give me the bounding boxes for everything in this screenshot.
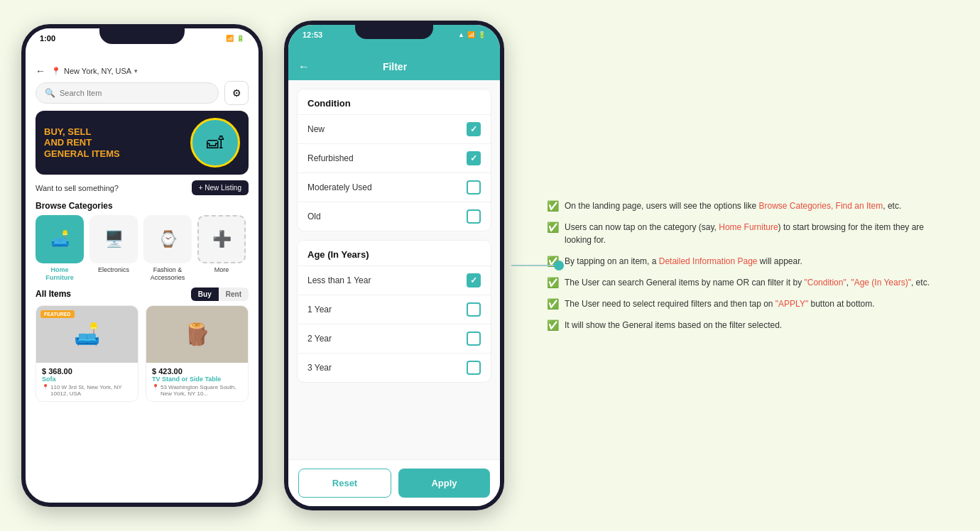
annotations-list: ✅ On the landing page, users will see th… — [547, 199, 952, 332]
connector-line — [511, 265, 554, 266]
condition-moderately-checkbox[interactable] — [467, 180, 481, 195]
filter-button[interactable]: ⚙ — [224, 81, 249, 105]
banner-highlight: GENERAL ITEMS — [44, 148, 120, 159]
phone2-wifi-icon: 📶 — [467, 31, 475, 38]
category-more[interactable]: ➕ More — [197, 215, 246, 282]
new-listing-button[interactable]: + New Listing — [192, 180, 249, 195]
filter-row-new: New ✓ — [298, 114, 491, 143]
condition-section: Condition New ✓ Refurbished ✓ Moderately… — [297, 89, 491, 231]
location-pin-small2-icon: 📍 — [152, 384, 159, 390]
phone2-back-button[interactable]: ← — [298, 60, 310, 73]
rent-button[interactable]: Rent — [219, 288, 249, 301]
buy-button[interactable]: Buy — [191, 288, 219, 301]
location-text: New York, NY, USA — [64, 67, 131, 75]
phone2-signal-icon: ▲ — [458, 31, 464, 38]
electronics-icon: 🖥️ — [89, 215, 138, 263]
phone1-back-button[interactable]: ← — [36, 65, 45, 77]
check-circle-icon-5: ✅ — [547, 298, 559, 310]
location-chevron-icon: ▾ — [134, 67, 138, 75]
all-items-title: All Items — [36, 289, 71, 299]
check-circle-icon-4: ✅ — [547, 277, 559, 288]
categories-list: 🛋️ HomeFurniture 🖥️ Electronics ⌚ Fashio… — [26, 215, 258, 282]
age-1yr-label: 1 Year — [307, 305, 332, 314]
age-title: Age (In Years) — [298, 241, 491, 266]
home-furniture-icon: 🛋️ — [36, 215, 84, 263]
product-image-sofa: FEATURED 🛋️ — [36, 306, 138, 363]
category-electronics[interactable]: 🖥️ Electronics — [89, 215, 138, 282]
location-pin-small-icon: 📍 — [42, 384, 49, 390]
filter-title: Filter — [317, 61, 473, 72]
product-info-sofa: $ 368.00 Sofa 📍 110 W 3rd St, New York, … — [36, 363, 138, 401]
age-2yr-checkbox[interactable] — [467, 332, 481, 346]
connector-dot — [554, 261, 564, 270]
age-3yr-label: 3 Year — [307, 363, 332, 373]
phone2-battery-icon: 🔋 — [478, 31, 486, 38]
check-circle-icon-6: ✅ — [547, 319, 559, 331]
check-circle-icon-2: ✅ — [547, 221, 559, 233]
all-items-header: All Items Buy Rent — [26, 282, 258, 305]
annotation-text-5: The User need to select required filters… — [565, 297, 875, 310]
age-1yr-checkbox[interactable] — [467, 302, 481, 317]
home-furniture-label: HomeFurniture — [45, 266, 74, 282]
annotation-item-3: ✅ By tapping on an item, a Detailed Info… — [547, 255, 952, 268]
condition-new-checkbox[interactable]: ✓ — [467, 122, 481, 136]
age-3yr-checkbox[interactable] — [467, 361, 481, 375]
annotation-item-6: ✅ It will show the General items based o… — [547, 319, 952, 332]
banner-headline: BUY, SELL AND RENT GENERAL ITEMS — [44, 126, 120, 160]
check-circle-icon-1: ✅ — [547, 200, 559, 212]
search-input[interactable] — [60, 89, 209, 97]
condition-refurbished-label: Refurbished — [307, 153, 354, 163]
battery-icon: 🔋 — [236, 35, 244, 42]
phone1-time: 1:00 — [40, 34, 55, 43]
filter-row-1yr: 1 Year — [298, 295, 491, 324]
condition-title: Condition — [298, 89, 491, 114]
age-2yr-label: 2 Year — [307, 334, 332, 344]
tvstand-location: 📍 53 Washington Square South, New York, … — [152, 384, 242, 397]
category-fashion[interactable]: ⌚ Fashion &Accessories — [143, 215, 192, 282]
more-icon: ➕ — [197, 215, 246, 263]
fashion-label: Fashion &Accessories — [151, 266, 185, 282]
sofa-name: Sofa — [42, 376, 132, 383]
annotation-item-1: ✅ On the landing page, users will see th… — [547, 199, 952, 212]
condition-old-checkbox[interactable] — [467, 209, 481, 224]
phone2-notch — [355, 25, 433, 39]
featured-badge: FEATURED — [40, 310, 75, 318]
phone1-frame: 1:00 📶 🔋 ← 📍 New York, NY, USA ▾ 🔍 — [21, 24, 263, 507]
category-home-furniture[interactable]: 🛋️ HomeFurniture — [36, 215, 84, 282]
annotation-text-3: By tapping on an item, a Detailed Inform… — [565, 255, 802, 268]
filter-row-less-1yr: Less than 1 Year ✓ — [298, 266, 491, 295]
phone1-nav: ← 📍 New York, NY, USA ▾ — [36, 65, 249, 77]
phone1-notch — [99, 28, 185, 44]
fashion-icon: ⌚ — [143, 215, 192, 263]
phone2-header: ← Filter — [288, 42, 500, 80]
search-icon: 🔍 — [45, 88, 55, 98]
reset-button[interactable]: Reset — [298, 469, 391, 498]
apply-button[interactable]: Apply — [398, 469, 490, 498]
phone1-banner: BUY, SELL AND RENT GENERAL ITEMS 🛋 — [36, 111, 249, 175]
phone2-time: 12:53 — [303, 31, 322, 39]
condition-refurbished-checkbox[interactable]: ✓ — [467, 151, 481, 165]
filter-row-2yr: 2 Year — [298, 324, 491, 353]
age-less-1yr-checkbox[interactable]: ✓ — [467, 273, 481, 288]
sell-text: Want to sell something? — [36, 184, 119, 192]
annotation-text-4: The User can search General items by nam… — [565, 276, 930, 289]
buy-rent-toggle: Buy Rent — [191, 288, 249, 301]
product-card-tvstand[interactable]: 🪵 $ 423.00 TV Stand or Side Table 📍 53 W… — [146, 305, 249, 402]
sofa-price: $ 368.00 — [42, 367, 132, 376]
filter-footer: Reset Apply — [288, 459, 500, 506]
product-image-tvstand: 🪵 — [146, 306, 248, 363]
product-info-tvstand: $ 423.00 TV Stand or Side Table 📍 53 Was… — [146, 363, 248, 401]
electronics-label: Electronics — [98, 266, 129, 274]
connector — [511, 261, 564, 270]
banner-image: 🛋 — [190, 118, 240, 168]
filter-row-3yr: 3 Year — [298, 353, 491, 382]
phone1-location[interactable]: 📍 New York, NY, USA ▾ — [51, 67, 138, 76]
phone1-content: 1:00 📶 🔋 ← 📍 New York, NY, USA ▾ 🔍 — [26, 28, 258, 503]
sell-bar: Want to sell something? + New Listing — [26, 175, 258, 201]
phone1-status-icons: 📶 🔋 — [226, 35, 244, 42]
phone1-search-box[interactable]: 🔍 — [36, 82, 219, 104]
phone2-status-icons: ▲ 📶 🔋 — [458, 31, 486, 38]
annotation-item-2: ✅ Users can now tap on the category (say… — [547, 221, 952, 246]
wifi-icon: 📶 — [226, 35, 234, 42]
product-card-sofa[interactable]: FEATURED 🛋️ $ 368.00 Sofa 📍 110 W 3rd St… — [36, 305, 138, 402]
